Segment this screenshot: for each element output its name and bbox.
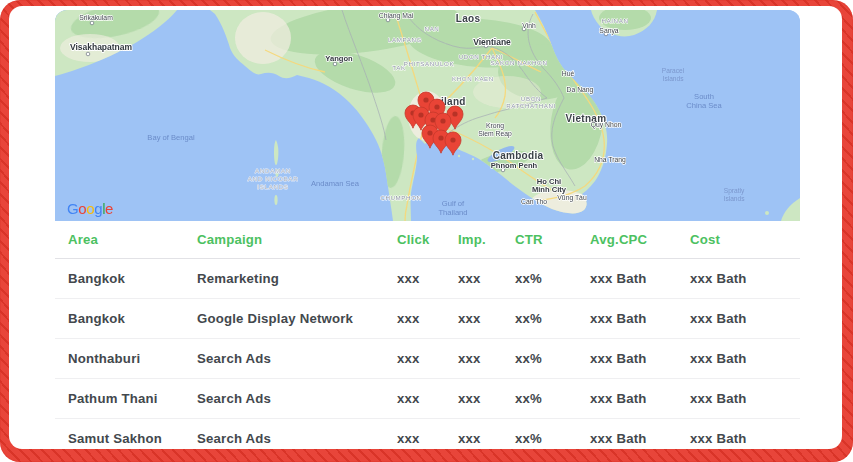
pin-hole [427, 130, 432, 135]
pin-hole [418, 112, 423, 117]
pin-hole [452, 111, 457, 116]
map-label: Quy Nhon [591, 121, 622, 129]
cell-click: xxx [397, 431, 458, 446]
map-label: Srikakulam [79, 14, 113, 21]
pin-hole [440, 118, 445, 123]
map-label: SAKON NAKHON [490, 59, 547, 66]
map-label: Islands [663, 75, 685, 82]
cell-cost: xxx Bath [690, 391, 800, 406]
column-header-ctr: CTR [515, 232, 590, 247]
cell-campaign: Google Display Network [197, 311, 397, 326]
cell-area: Pathum Thani [68, 391, 197, 406]
column-header-area: Area [68, 232, 197, 247]
cell-click: xxx [397, 351, 458, 366]
map-label: Can Tho [521, 198, 547, 205]
cell-imp: xxx [458, 391, 515, 406]
map-label: AND NICOBAR [248, 175, 299, 182]
map-label: Islands [724, 195, 746, 202]
map-label: HAINAN [602, 17, 629, 24]
cell-avg-cpc: xxx Bath [590, 271, 690, 286]
map-label: Andaman Sea [311, 179, 360, 188]
column-header-cost: Cost [690, 232, 800, 247]
map-label: KHON KAEN [452, 75, 494, 82]
cell-imp: xxx [458, 311, 515, 326]
page-content: LaosThailandVietnamCambodiaVientianeVisa… [9, 6, 842, 449]
column-header-campaign: Campaign [197, 232, 397, 247]
cell-click: xxx [397, 271, 458, 286]
cell-cost: xxx Bath [690, 271, 800, 286]
map-label: ISLANDS [257, 183, 288, 190]
map-label: Cambodia [493, 150, 544, 161]
column-header-click: Click [397, 232, 458, 247]
table-row: Samut SakhonSearch Adsxxxxxxxx%xxx Bathx… [55, 419, 800, 449]
google-logo-letter: e [105, 200, 113, 217]
cell-campaign: Remarketing [197, 271, 397, 286]
table-row: BangkokGoogle Display Networkxxxxxxxx%xx… [55, 299, 800, 339]
cell-click: xxx [397, 311, 458, 326]
column-header-imp: Imp. [458, 232, 515, 247]
cell-area: Nonthaburi [68, 351, 197, 366]
city-dot [90, 21, 94, 25]
map-label: Chiang Mai [379, 12, 414, 20]
cell-campaign: Search Ads [197, 431, 397, 446]
map-canvas[interactable]: LaosThailandVietnamCambodiaVientianeVisa… [55, 10, 800, 221]
map-label: Vũng Tàu [557, 194, 587, 202]
map-label: Yangon [325, 54, 353, 63]
google-logo-letter: o [86, 200, 94, 217]
google-logo-letter: G [67, 200, 78, 217]
map-label: CHUMPHON [380, 194, 421, 201]
google-logo[interactable]: Google [67, 200, 113, 217]
map-label: RATCHATHANI [506, 102, 556, 109]
map-label: PHITSANULOK [404, 60, 455, 67]
cell-area: Bangkok [68, 271, 197, 286]
map-label: Thailand [438, 208, 467, 217]
map-label: Phnom Penh [491, 161, 538, 170]
map-label: Krong [486, 122, 504, 130]
table-body: BangkokRemarketingxxxxxxxx%xxx Bathxxx B… [55, 259, 800, 449]
pin-hole [423, 97, 428, 102]
cell-avg-cpc: xxx Bath [590, 311, 690, 326]
cell-ctr: xx% [515, 431, 590, 446]
cell-ctr: xx% [515, 271, 590, 286]
cell-click: xxx [397, 391, 458, 406]
table-header-row: AreaCampaignClickImp.CTRAvg.CPCCost [55, 221, 800, 259]
table-row: BangkokRemarketingxxxxxxxx%xxx Bathxxx B… [55, 259, 800, 299]
cell-imp: xxx [458, 351, 515, 366]
map-label: Bay of Bengal [147, 133, 195, 142]
cell-imp: xxx [458, 431, 515, 446]
pin-hole [450, 137, 455, 142]
map-label: ANDAMAN [255, 167, 291, 174]
cell-area: Bangkok [68, 311, 197, 326]
campaign-table: AreaCampaignClickImp.CTRAvg.CPCCost Bang… [55, 221, 800, 449]
cell-ctr: xx% [515, 351, 590, 366]
table-row: Pathum ThaniSearch Adsxxxxxxxx%xxx Bathx… [55, 379, 800, 419]
map-label: Laos [456, 13, 481, 24]
pin-hole [434, 104, 439, 109]
map-label: Gulf of [442, 199, 465, 208]
cell-cost: xxx Bath [690, 431, 800, 446]
map-label: LAMPANG [388, 36, 422, 43]
cell-campaign: Search Ads [197, 351, 397, 366]
google-map-embed[interactable]: LaosThailandVietnamCambodiaVientianeVisa… [55, 10, 800, 221]
cell-ctr: xx% [515, 391, 590, 406]
cell-imp: xxx [458, 271, 515, 286]
map-label: South [694, 92, 714, 101]
map-label: China Sea [686, 101, 722, 110]
map-label: Vientiane [473, 37, 511, 47]
map-label: Paracel [662, 67, 685, 74]
cell-cost: xxx Bath [690, 311, 800, 326]
map-label: Hué [562, 70, 575, 77]
map-label: Da Nang [567, 86, 594, 94]
cell-avg-cpc: xxx Bath [590, 351, 690, 366]
pin-hole [438, 135, 443, 140]
cell-ctr: xx% [515, 311, 590, 326]
map-label: NAN [425, 25, 440, 32]
map-label: Spratly [724, 187, 745, 195]
table-row: NonthaburiSearch Adsxxxxxxxx%xxx Bathxxx… [55, 339, 800, 379]
city-dot [86, 52, 90, 56]
map-label: UBON [521, 95, 541, 102]
cell-campaign: Search Ads [197, 391, 397, 406]
map-label: Sanya [599, 27, 618, 35]
map-label: Nha Trang [594, 156, 626, 164]
map-label: Visakhapatnam [70, 42, 133, 52]
